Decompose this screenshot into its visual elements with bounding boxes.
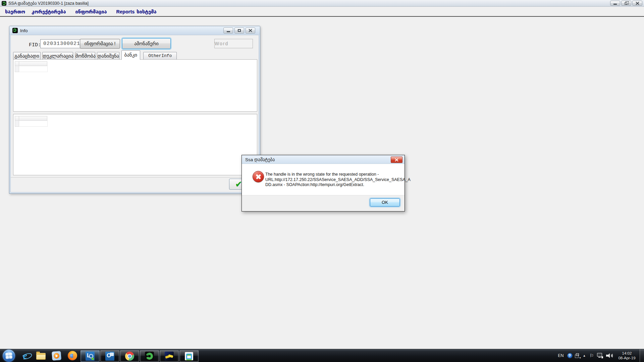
grid-row-cell (19, 120, 48, 127)
close-button[interactable] (632, 1, 642, 6)
network-monitor-stand (598, 357, 601, 358)
tab-application[interactable]: განაცხადი (13, 52, 41, 60)
extract-button[interactable]: ამონაწერი (122, 38, 171, 49)
error-message-line: DD.asmx - SOAPAction:http://tempuri.org/… (265, 182, 392, 188)
main-window-titlebar: SSA დამატება V20190330-1 [zaza basilia] (0, 0, 644, 7)
clock-time: 14:02 (616, 351, 638, 356)
show-desktop-button[interactable] (640, 349, 644, 362)
error-dialog: Ssa დამატება The handle is in the wrong … (241, 155, 405, 212)
help-tray-icon[interactable]: ? (567, 353, 573, 358)
app-logo-icon (2, 1, 6, 6)
info-window-controls (223, 27, 260, 34)
tab-declaration[interactable]: დეკლარაცია (42, 52, 73, 60)
info-close-button[interactable] (246, 27, 255, 34)
volume-tray-icon[interactable] (606, 353, 613, 358)
menu-item-correction[interactable]: კორექტირება (32, 9, 66, 14)
windows-logo-icon (5, 353, 12, 359)
chrome-icon (125, 352, 134, 361)
bottom-separator (11, 177, 259, 178)
grid-row-cell (19, 66, 48, 72)
firefox-icon (68, 351, 77, 360)
error-dialog-title: Ssa დამატება (245, 157, 275, 162)
taskbar-item-sync-app[interactable] (179, 350, 199, 362)
action-center-flag-icon[interactable]: ⚐ (589, 353, 594, 358)
tab-otherinfo[interactable]: OtherInfo (143, 52, 177, 60)
clock[interactable]: 14:02 08-Apr-19 (616, 351, 638, 360)
minimize-icon (613, 4, 617, 5)
start-button[interactable] (3, 350, 15, 362)
close-icon (249, 29, 252, 32)
menu-item-system[interactable]: სისტემა (137, 9, 156, 14)
speaker-cone (607, 353, 610, 358)
checkmark-icon: ✔ (235, 179, 242, 189)
system-tray: EN ? ▾ ▲ ⚐ 14:02 08-Apr-19 (558, 349, 644, 362)
menu-item-information[interactable]: ინფორმაცია (75, 9, 107, 14)
taskbar: e L O EN ? ▾ ▲ ⚐ (0, 349, 644, 362)
error-dialog-titlebar[interactable]: Ssa დამატება (242, 155, 405, 164)
file-explorer-icon (36, 353, 46, 360)
error-dialog-close-button[interactable] (391, 157, 402, 163)
chevron-down-icon: ▾ (580, 356, 581, 359)
tab-certificate[interactable]: მოწმობა (75, 52, 95, 60)
word-button-disabled: Word (214, 39, 253, 48)
close-icon (395, 158, 398, 162)
lync-icon: L (86, 352, 95, 361)
error-icon (253, 171, 264, 182)
empty-data-grid (15, 61, 48, 72)
taskbar-item-media-player[interactable] (49, 349, 64, 362)
grid-column-header (19, 116, 47, 121)
info-window-titlebar[interactable]: Info (9, 26, 260, 35)
grid-column-header (19, 61, 47, 66)
minimize-button[interactable] (610, 1, 620, 6)
tab-bank-active[interactable]: ბანკი (121, 50, 140, 60)
fid-label: FID: (29, 42, 41, 48)
info-window: Info FID: 020313000215 ინფორმაცია ! ამონ… (9, 26, 260, 194)
error-dialog-footer: OK (242, 195, 405, 211)
bank-lower-grid-panel[interactable] (13, 114, 257, 175)
tab-strip: განაცხადი დეკლარაცია მოწმობა დანიშვნა ბა… (13, 50, 257, 60)
info-window-icon (12, 28, 18, 33)
outlook-icon: O (105, 352, 114, 361)
empty-data-grid (15, 116, 48, 127)
bank-upper-grid-panel[interactable] (13, 59, 257, 112)
handshake-icon (165, 352, 174, 361)
menu-item-reports[interactable]: Reports (116, 9, 135, 14)
sound-wave (611, 353, 613, 358)
ok-button[interactable]: OK (370, 198, 400, 206)
clock-date: 08-Apr-19 (616, 356, 638, 360)
restore-button[interactable] (621, 1, 631, 6)
main-window-controls (610, 1, 644, 6)
taskbar-item-handshake-app[interactable] (160, 350, 179, 362)
taskbar-item-outlook[interactable]: O (100, 350, 119, 362)
main-window-title: SSA დამატება V20190330-1 [zaza basilia] (8, 1, 89, 6)
restore-icon (625, 2, 627, 5)
network-tray-icon[interactable] (597, 353, 603, 358)
info-maximize-button[interactable] (234, 27, 244, 34)
media-player-icon (52, 351, 61, 361)
menu-bar: საერთო კორექტირება ინფორმაცია Reports სი… (0, 7, 644, 17)
sync-app-icon (185, 352, 193, 360)
internet-explorer-icon: e (23, 351, 27, 360)
tab-assignment[interactable]: დანიშვნა (97, 52, 119, 60)
taskbar-item-lync[interactable]: L (80, 350, 100, 362)
menu-item-common[interactable]: საერთო (5, 9, 25, 14)
taskbar-item-file-explorer[interactable] (33, 349, 49, 362)
grid-row-selector (15, 120, 19, 127)
maximize-icon (238, 29, 241, 32)
keyboard-layout-icon[interactable]: ▾ (576, 353, 580, 358)
close-icon (636, 2, 639, 5)
ssa-app-icon (145, 352, 154, 361)
language-indicator[interactable]: EN (558, 353, 564, 358)
taskbar-item-ssa-app[interactable] (140, 350, 159, 362)
error-message-line: The handle is in the wrong state for the… (265, 172, 392, 177)
error-dialog-body: The handle is in the wrong state for the… (242, 164, 405, 196)
taskbar-item-chrome[interactable] (120, 350, 139, 362)
grid-row-selector (15, 66, 19, 72)
taskbar-item-internet-explorer[interactable]: e (17, 349, 33, 362)
info-minimize-button[interactable] (223, 27, 233, 34)
error-message: The handle is in the wrong state for the… (265, 172, 392, 188)
show-hidden-icons-button[interactable]: ▲ (583, 354, 586, 357)
taskbar-item-firefox[interactable] (64, 349, 80, 362)
info-window-title: Info (20, 28, 28, 33)
information-button[interactable]: ინფორმაცია ! (80, 39, 120, 49)
